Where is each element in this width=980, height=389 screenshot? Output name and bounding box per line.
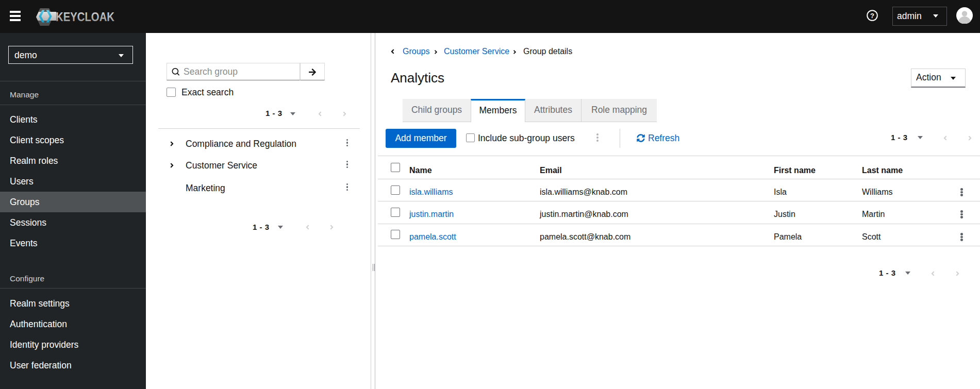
svg-text:KEYCLOAK: KEYCLOAK <box>56 10 114 24</box>
svg-text:?: ? <box>870 12 874 20</box>
